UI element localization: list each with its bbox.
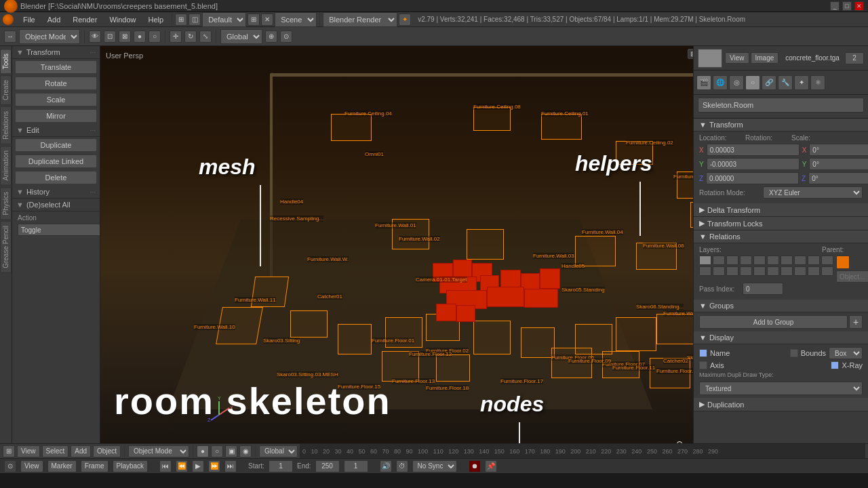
start-field[interactable] [269, 460, 293, 472]
props-modifiers-tab[interactable]: 🔧 [778, 75, 793, 90]
layer-20[interactable] [821, 266, 833, 276]
screen-layout-select[interactable]: Default [202, 12, 246, 27]
layer-11[interactable] [699, 266, 711, 276]
play-prev-icon[interactable]: ⏪ [176, 460, 188, 472]
transform-section-header[interactable]: ▼ Transform [694, 119, 868, 131]
deselect-header[interactable]: ▼ (De)select All [12, 199, 100, 211]
rot-z-field[interactable] [808, 172, 868, 184]
xray-checkbox[interactable] [831, 361, 839, 369]
texture-num-field[interactable] [845, 52, 864, 64]
view-btn-bottom[interactable]: View [17, 445, 40, 458]
statusbar-marker[interactable]: Marker [47, 460, 77, 472]
tex-shade-btn[interactable]: ▣ [225, 445, 237, 458]
delete-button[interactable]: Delete [15, 171, 97, 184]
wire-shade-btn[interactable]: ○ [211, 445, 223, 458]
pass-index-field[interactable] [743, 283, 783, 295]
menu-window[interactable]: Window [104, 14, 141, 25]
blender-menu-logo[interactable] [3, 14, 14, 25]
layer-12[interactable] [713, 266, 725, 276]
scale-button[interactable]: Scale [15, 93, 97, 106]
layer-10[interactable] [821, 256, 833, 265]
viewport[interactable]: Furniture.Ceiling.04 Furniture.Ceiling.0… [100, 46, 693, 443]
layer-9[interactable] [808, 256, 820, 265]
edit-header[interactable]: ▼ Edit ··· [12, 124, 100, 137]
play-start-icon[interactable]: ⏮ [159, 460, 172, 472]
record-icon[interactable]: ⏺ [469, 460, 481, 472]
play-next-icon[interactable]: ⏩ [208, 460, 220, 472]
relations-header[interactable]: ▼ Relations [694, 230, 868, 243]
add-group-button[interactable]: Add to Group [699, 315, 848, 329]
layer-4[interactable] [740, 256, 752, 265]
textured-select[interactable]: Textured [699, 382, 863, 395]
groups-header[interactable]: ▼ Groups [694, 300, 868, 312]
layout-icon[interactable]: ⊞ [248, 14, 260, 26]
duplicate-button[interactable]: Duplicate [15, 138, 97, 152]
menu-help[interactable]: Help [143, 14, 170, 25]
solid-icon[interactable]: ● [134, 30, 146, 43]
parent-field[interactable] [836, 270, 868, 283]
layer-2[interactable] [713, 256, 725, 265]
layer-7[interactable] [781, 256, 793, 265]
action-value[interactable] [18, 224, 100, 236]
loc-z-field[interactable] [706, 172, 799, 184]
image-tab[interactable]: Image [751, 52, 779, 64]
sync-icon[interactable]: ⏱ [396, 460, 408, 472]
play-end-icon[interactable]: ⏭ [224, 460, 237, 472]
layer-5[interactable] [753, 256, 766, 265]
object-btn-bottom[interactable]: Object [93, 445, 121, 458]
layer-14[interactable] [740, 266, 752, 276]
layer-1[interactable] [699, 256, 711, 265]
rotate-button[interactable]: Rotate [15, 77, 97, 90]
delta-transform-header[interactable]: ▶ Delta Transform [694, 203, 868, 217]
view-icon[interactable]: 👁 [89, 30, 101, 43]
snap-icon[interactable]: ⊕ [265, 30, 277, 43]
proportional-icon[interactable]: ⊙ [280, 30, 292, 43]
minimize-button[interactable]: _ [830, 1, 840, 11]
vtab-create[interactable]: Create [0, 75, 12, 105]
mirror-button[interactable]: Mirror [15, 109, 97, 123]
viewport-menu-icon[interactable]: ⊞ [3, 445, 15, 458]
ortho-icon[interactable]: ⊡ [104, 30, 116, 43]
render-shade-btn[interactable]: ◉ [239, 445, 252, 458]
layer-8[interactable] [794, 256, 806, 265]
persp-icon[interactable]: ⊠ [119, 30, 131, 43]
play-icon[interactable]: ▶ [192, 460, 204, 472]
layout-icon2[interactable]: ✕ [261, 14, 273, 26]
duplication-header[interactable]: ▶ Duplication [694, 398, 868, 411]
props-constraints-tab[interactable]: 🔗 [762, 75, 776, 90]
layer-6[interactable] [767, 256, 779, 265]
props-render-tab[interactable]: 🎬 [696, 75, 711, 90]
transform-header[interactable]: ▼ Transform ··· [12, 46, 100, 59]
layer-19[interactable] [808, 266, 820, 276]
layer-13[interactable] [726, 266, 738, 276]
global-select[interactable]: Global [259, 445, 298, 458]
end-field[interactable] [315, 460, 340, 472]
name-checkbox[interactable] [699, 349, 707, 357]
transform-icon[interactable]: ↔ [4, 30, 16, 43]
rot-y-field[interactable] [809, 158, 868, 170]
axis-checkbox[interactable] [699, 361, 707, 369]
layer-18[interactable] [794, 266, 806, 276]
duplicate-linked-button[interactable]: Duplicate Linked [15, 155, 97, 168]
vtab-tools[interactable]: Tools [0, 49, 12, 74]
statusbar-playback[interactable]: Playback [113, 460, 149, 472]
viewport-split[interactable]: ⊞ [688, 49, 693, 59]
loc-x-field[interactable] [707, 144, 800, 156]
close-button[interactable]: ✕ [854, 1, 864, 11]
scene-select[interactable]: Scene [275, 12, 317, 27]
wire-icon[interactable]: ○ [149, 30, 161, 43]
frame-field[interactable] [344, 460, 368, 472]
menu-add[interactable]: Add [42, 14, 66, 25]
props-object-tab[interactable]: ○ [745, 75, 760, 90]
vtab-physics[interactable]: Physics [0, 187, 12, 220]
rotation-mode-select[interactable]: XYZ Euler [763, 186, 863, 199]
rotate-icon[interactable]: ↻ [184, 30, 197, 43]
engine-select[interactable]: Blender Render [323, 12, 397, 27]
select-btn-bottom[interactable]: Select [42, 445, 69, 458]
layer-17[interactable] [781, 266, 793, 276]
pivot-select[interactable]: Global [220, 29, 262, 44]
statusbar-view[interactable]: View [20, 460, 43, 472]
layer-15[interactable] [753, 266, 766, 276]
props-particles-tab[interactable]: ✦ [794, 75, 809, 90]
scale-icon[interactable]: ⤡ [199, 30, 212, 43]
